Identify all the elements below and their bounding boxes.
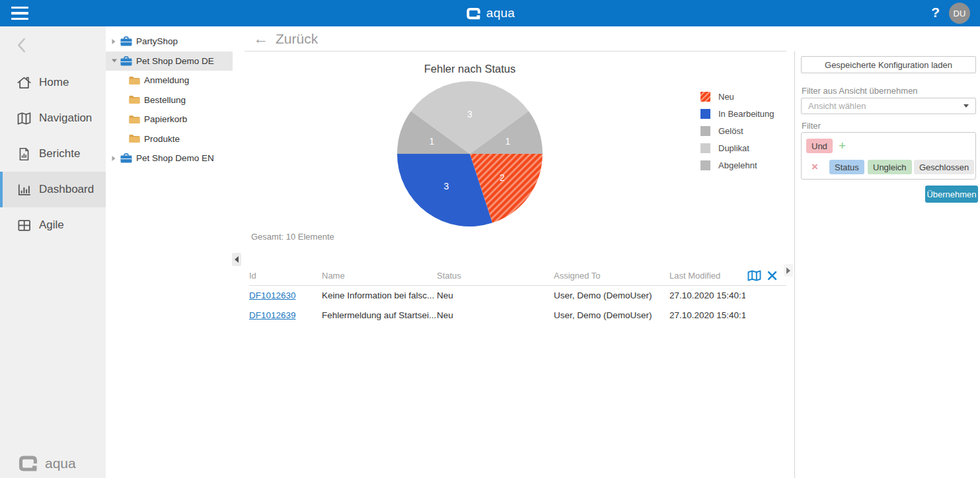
column-header-name[interactable]: Name — [322, 271, 437, 281]
tree-item-pet-shop-demo-de[interactable]: Pet Shop Demo DE — [106, 51, 233, 71]
sidebar-footer-brand: aqua — [17, 454, 76, 473]
table-row[interactable]: DF1012639Fehlermeldung auf Startsei...Ne… — [249, 306, 786, 325]
help-icon[interactable]: ? — [931, 5, 940, 20]
filter-builder: Und + × Status Ungleich Geschlossen — [801, 132, 976, 180]
legend-swatch — [700, 92, 710, 102]
filter-panel: Gespeicherte Konfiguration laden Filter … — [795, 26, 980, 478]
defect-id-link[interactable]: DF1012630 — [249, 290, 296, 300]
pie-slice-value: 3 — [444, 181, 449, 191]
back-label: Zurück — [276, 31, 318, 47]
brand-text: aqua — [486, 6, 515, 20]
sidebar-item-label: Dashboard — [39, 183, 94, 196]
table-body: DF1012630Keine Information bei falsc...N… — [249, 286, 786, 325]
tree-item-bestellung[interactable]: Bestellung — [106, 90, 233, 110]
tree-item-pet-shop-demo-en[interactable]: Pet Shop Demo EN — [106, 149, 233, 168]
legend-label: In Bearbeitung — [718, 109, 774, 119]
chart-legend: NeuIn BearbeitungGelöstDuplikatAbgelehnt — [700, 92, 774, 170]
app-brand: aqua — [0, 0, 980, 26]
back-button[interactable]: ← Zurück — [245, 26, 786, 51]
column-header-status[interactable]: Status — [437, 271, 554, 281]
sidebar-item-home[interactable]: Home — [0, 65, 106, 100]
tree-item-label: PartyShop — [136, 36, 178, 46]
folder-tree: PartyShopPet Shop Demo DEAnmeldungBestel… — [106, 32, 233, 168]
pie-slice-value: 3 — [467, 109, 472, 120]
tree-item-label: Papierkorb — [144, 114, 187, 124]
filter-field-chip[interactable]: Status — [829, 160, 864, 174]
main-content: ← Zurück Fehler nach Status 23131 NeuIn … — [245, 26, 794, 478]
legend-swatch — [700, 143, 710, 153]
defect-last-modified: 27.10.2020 15:40:19 — [669, 310, 745, 320]
sidebar-item-navigation[interactable]: Navigation — [0, 100, 106, 136]
legend-label: Duplikat — [718, 143, 749, 153]
close-icon[interactable] — [767, 271, 777, 281]
chart-title: Fehler nach Status — [397, 63, 543, 75]
collapse-icon[interactable] — [111, 58, 120, 63]
tree-item-papierkorb[interactable]: Papierkorb — [106, 110, 233, 129]
remove-condition-icon[interactable]: × — [811, 160, 818, 174]
filter-group-operator-chip[interactable]: Und — [806, 139, 833, 153]
sidebar-menu: HomeNavigationBerichteDashboardAgile — [0, 65, 106, 243]
tree-item-label: Pet Shop Demo EN — [136, 153, 214, 163]
avatar[interactable]: DU — [949, 3, 970, 24]
legend-item-abgelehnt[interactable]: Abgelehnt — [700, 160, 774, 170]
expand-icon[interactable] — [111, 38, 120, 45]
tree-item-partyshop[interactable]: PartyShop — [106, 32, 233, 51]
view-filter-label: Filter aus Ansicht übernehmen — [802, 86, 918, 96]
sidebar-item-dashboard[interactable]: Dashboard — [0, 172, 106, 207]
add-condition-icon[interactable]: + — [839, 139, 846, 153]
load-saved-configuration-button[interactable]: Gespeicherte Konfiguration laden — [801, 56, 976, 73]
map-view-icon[interactable] — [747, 269, 762, 282]
tree-item-anmeldung[interactable]: Anmeldung — [106, 71, 233, 90]
legend-item-neu[interactable]: Neu — [700, 92, 774, 102]
collapse-tree-handle[interactable] — [232, 253, 241, 266]
filter-value-chip[interactable]: Geschlossen — [914, 160, 974, 174]
legend-item-gel-st[interactable]: Gelöst — [700, 126, 774, 136]
collapse-filter-handle[interactable] — [784, 264, 793, 277]
folder-icon — [129, 76, 140, 85]
defect-name: Fehlermeldung auf Startsei... — [322, 310, 437, 320]
folder-icon — [129, 95, 140, 104]
project-icon — [120, 36, 132, 46]
defect-last-modified: 27.10.2020 15:40:12 — [669, 290, 745, 300]
sidebar-item-label: Home — [39, 76, 69, 89]
filter-operator-chip[interactable]: Ungleich — [868, 160, 912, 174]
defect-id-link[interactable]: DF1012639 — [249, 310, 296, 320]
table-header-icons — [745, 269, 786, 282]
column-header-id[interactable]: Id — [249, 271, 322, 281]
footer-brand-text: aqua — [45, 456, 76, 471]
expand-icon[interactable] — [111, 155, 120, 162]
tree-item-label: Pet Shop Demo DE — [136, 56, 214, 66]
pie-slice-value: 1 — [430, 136, 435, 147]
pie-chart[interactable]: 23131 — [397, 81, 543, 226]
chevron-left-icon — [17, 38, 26, 53]
project-icon — [120, 153, 132, 163]
tree-item-label: Bestellung — [144, 95, 186, 105]
view-select[interactable]: Ansicht wählen — [801, 98, 976, 114]
column-header-last-modified[interactable]: Last Modified — [669, 271, 745, 281]
pie-slices — [397, 81, 543, 226]
defects-table: IdNameStatusAssigned ToLast Modified DF1… — [249, 266, 786, 325]
defect-status: Neu — [437, 310, 554, 320]
legend-swatch — [700, 109, 710, 119]
defect-name: Keine Information bei falsc... — [322, 290, 437, 300]
grid-icon — [16, 217, 32, 234]
table-row[interactable]: DF1012630Keine Information bei falsc...N… — [249, 286, 786, 306]
total-elements-label: Gesamt: 10 Elemente — [251, 232, 334, 242]
legend-item-in-bearbeitung[interactable]: In Bearbeitung — [700, 109, 774, 119]
legend-item-duplikat[interactable]: Duplikat — [700, 143, 774, 153]
legend-swatch — [700, 126, 710, 136]
tree-item-produkte[interactable]: Produkte — [106, 129, 233, 149]
triangle-left-icon — [235, 256, 239, 263]
project-icon — [120, 56, 132, 66]
apply-button[interactable]: Übernehmen — [925, 186, 978, 203]
map-icon — [16, 110, 32, 127]
tree-item-label: Anmeldung — [144, 75, 189, 85]
pie-slice-value: 2 — [500, 172, 505, 183]
aqua-logo-icon — [17, 454, 39, 473]
sidebar-item-berichte[interactable]: Berichte — [0, 136, 106, 172]
sidebar-item-label: Navigation — [39, 112, 92, 125]
sidebar-collapse-button[interactable] — [17, 38, 26, 53]
sidebar-item-agile[interactable]: Agile — [0, 207, 106, 243]
column-header-assigned-to[interactable]: Assigned To — [554, 271, 669, 281]
aqua-logo-icon — [465, 7, 482, 20]
